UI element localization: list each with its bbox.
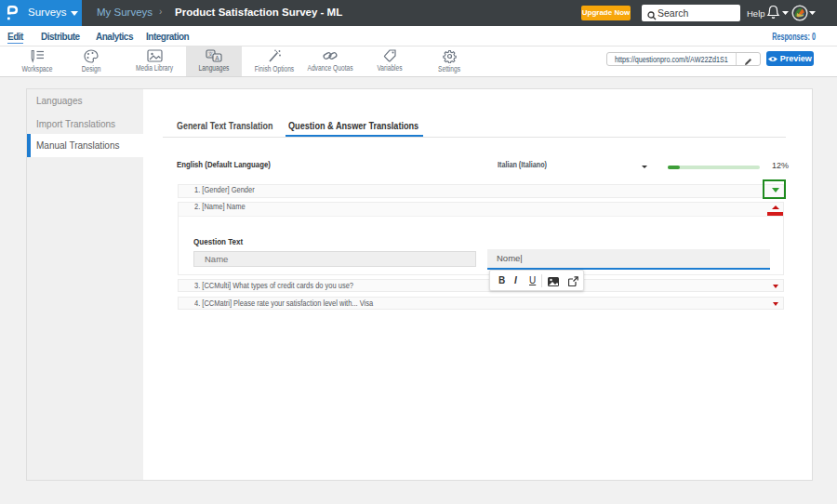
svg-text:A: A: [215, 55, 219, 61]
